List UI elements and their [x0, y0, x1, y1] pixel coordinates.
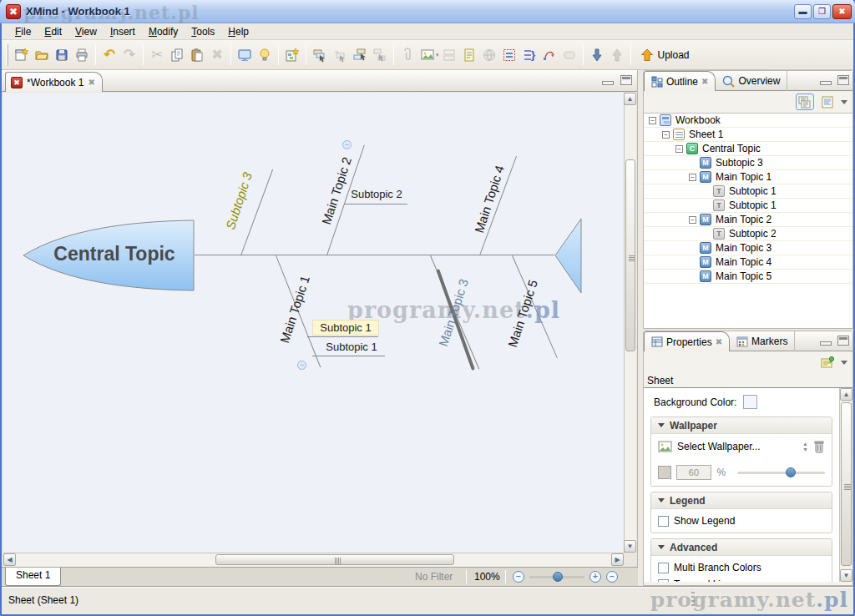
- minimize-button[interactable]: ▬: [794, 4, 812, 19]
- legend-group-header[interactable]: Legend: [651, 492, 832, 509]
- expander-icon[interactable]: −: [675, 145, 683, 153]
- presentation-button[interactable]: [235, 45, 255, 65]
- delete-wallpaper-icon[interactable]: [813, 440, 825, 453]
- wallpaper-group-header[interactable]: Wallpaper: [651, 417, 832, 434]
- zoom-slider-thumb[interactable]: [553, 572, 563, 582]
- insert-image-button[interactable]: [417, 45, 438, 65]
- tree-row[interactable]: −CCentral Topic: [644, 142, 852, 156]
- tree-row[interactable]: MMain Topic 3: [644, 241, 852, 255]
- menu-help[interactable]: Help: [221, 24, 255, 39]
- scroll-down-icon[interactable]: ▼: [840, 569, 852, 582]
- tree-row[interactable]: −MMain Topic 1: [644, 170, 852, 184]
- properties-maximize-icon[interactable]: [837, 336, 849, 346]
- notes-button[interactable]: [459, 45, 479, 65]
- lightbulb-button[interactable]: [255, 45, 275, 65]
- show-current-sheet-button[interactable]: [818, 93, 837, 110]
- drill-down-button[interactable]: [587, 45, 607, 65]
- scroll-left-icon[interactable]: ◀: [3, 553, 16, 566]
- select-wallpaper-button[interactable]: Select Wallpaper...: [677, 441, 761, 452]
- save-button[interactable]: [52, 45, 72, 65]
- tree-row[interactable]: MMain Topic 5: [644, 270, 852, 284]
- upload-button[interactable]: Upload: [635, 46, 695, 64]
- expander-icon[interactable]: −: [689, 216, 696, 224]
- menu-modify[interactable]: Modify: [142, 24, 185, 39]
- summary-button[interactable]: }: [519, 45, 539, 65]
- menu-file[interactable]: File: [8, 24, 38, 39]
- tab-close-icon[interactable]: ✖: [88, 78, 94, 87]
- tree-row[interactable]: −Workbook: [644, 114, 852, 128]
- marker-button[interactable]: [499, 45, 519, 65]
- collapse-handle-main1[interactable]: −: [297, 361, 306, 370]
- copy-button[interactable]: [167, 45, 187, 65]
- view-menu-chevron[interactable]: [841, 361, 847, 365]
- tree-row[interactable]: TSubtopic 1: [644, 199, 852, 213]
- pin-note-button[interactable]: [818, 354, 837, 371]
- background-color-swatch[interactable]: [743, 395, 757, 409]
- editor-maximize-icon[interactable]: [620, 75, 632, 85]
- opacity-slider[interactable]: [737, 472, 825, 474]
- multi-branch-checkbox[interactable]: [658, 563, 669, 573]
- tree-row[interactable]: MSubtopic 3: [644, 156, 852, 170]
- wallpaper-spinner[interactable]: ▲▼: [802, 442, 808, 452]
- tree-row[interactable]: TSubtopic 1: [644, 184, 852, 199]
- tab-markers[interactable]: Markers: [730, 331, 795, 351]
- show-all-sheets-button[interactable]: [796, 93, 814, 110]
- insert-parent-topic-button[interactable]: [350, 45, 370, 65]
- sheet-tab[interactable]: Sheet 1: [5, 568, 61, 586]
- expander-icon[interactable]: −: [649, 117, 656, 124]
- tree-row[interactable]: MMain Topic 4: [644, 255, 852, 270]
- zoom-slider[interactable]: [529, 576, 584, 578]
- outline-maximize-icon[interactable]: [837, 75, 849, 85]
- expander-icon[interactable]: −: [689, 174, 696, 181]
- expander-icon[interactable]: −: [662, 131, 670, 139]
- opacity-swatch[interactable]: [658, 466, 671, 479]
- workbook-tab[interactable]: ✖ *Workbook 1 ✖: [5, 72, 103, 92]
- tab-properties[interactable]: Properties ✖: [644, 331, 730, 351]
- maximize-button[interactable]: ❐: [813, 4, 831, 19]
- scroll-up-icon[interactable]: ▲: [840, 388, 852, 401]
- relationship-button[interactable]: [539, 45, 559, 65]
- tab-close-icon[interactable]: ✖: [701, 77, 708, 86]
- show-legend-checkbox[interactable]: [658, 516, 669, 527]
- tab-outline[interactable]: Outline ✖: [644, 71, 716, 91]
- properties-minimize-icon[interactable]: [820, 341, 832, 346]
- opacity-slider-thumb[interactable]: [786, 467, 796, 477]
- outline-minimize-icon[interactable]: [820, 81, 832, 85]
- advanced-group-header[interactable]: Advanced: [651, 539, 832, 556]
- view-menu-chevron[interactable]: [841, 100, 847, 104]
- diagram-canvas[interactable]: programy.net.pl: [3, 93, 624, 553]
- central-topic-label[interactable]: Central Topic: [37, 243, 192, 265]
- tree-row[interactable]: TSubtopic 2: [644, 227, 852, 241]
- canvas-vertical-scrollbar[interactable]: ▲ ▼: [624, 93, 636, 553]
- editor-minimize-icon[interactable]: [602, 81, 614, 85]
- canvas-horizontal-scrollbar[interactable]: ◀ ▶: [3, 553, 624, 567]
- tab-close-icon[interactable]: ✖: [716, 337, 722, 346]
- insert-topic-button[interactable]: [310, 45, 330, 65]
- undo-button[interactable]: ↶: [99, 45, 119, 65]
- topic-label-subtopic1a[interactable]: Subtopic 1: [312, 320, 379, 336]
- menu-tools[interactable]: Tools: [185, 24, 221, 39]
- print-button[interactable]: [72, 45, 92, 65]
- new-workbook-button[interactable]: [12, 45, 32, 65]
- topic-label-subtopic1b[interactable]: Subtopic 1: [318, 341, 385, 353]
- zoom-reset-button[interactable]: −: [606, 571, 618, 583]
- scroll-right-icon[interactable]: ▶: [611, 553, 624, 566]
- properties-scrollbar[interactable]: ▲ ▼: [839, 388, 852, 582]
- topic-label-subtopic3[interactable]: Subtopic 3: [216, 149, 261, 252]
- menu-edit[interactable]: Edit: [38, 24, 68, 39]
- tree-row[interactable]: −MMain Topic 2: [644, 213, 852, 227]
- tree-row[interactable]: −Sheet 1: [644, 128, 852, 142]
- new-sheet-button[interactable]: [282, 45, 302, 65]
- paste-button[interactable]: [187, 45, 207, 65]
- topic-label-main4[interactable]: Main Topic 4: [467, 148, 512, 250]
- tapered-lines-checkbox[interactable]: [658, 579, 669, 583]
- scroll-up-icon[interactable]: ▲: [624, 93, 636, 105]
- scroll-down-icon[interactable]: ▼: [624, 540, 636, 553]
- topic-label-subtopic2[interactable]: Subtopic 2: [346, 188, 407, 200]
- open-button[interactable]: [32, 45, 52, 65]
- filter-status[interactable]: No Filter: [415, 568, 453, 586]
- horizontal-scroll-thumb[interactable]: [215, 554, 454, 565]
- menu-view[interactable]: View: [68, 24, 104, 39]
- vertical-scroll-thumb[interactable]: [625, 159, 635, 351]
- collapse-handle-main2[interactable]: −: [342, 140, 352, 149]
